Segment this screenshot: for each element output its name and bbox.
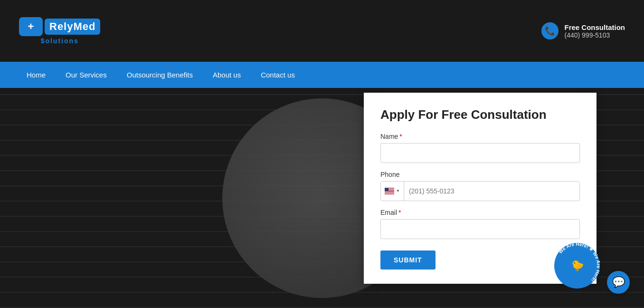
email-input[interactable] — [380, 219, 580, 239]
phone-number-input[interactable] — [404, 182, 579, 201]
name-label: Name* — [380, 133, 580, 140]
contact-text: Free Consultation (440) 999-5103 — [564, 23, 625, 39]
email-field-group: Email* — [380, 209, 580, 239]
phone-number[interactable]: (440) 999-5103 — [564, 31, 625, 39]
flag-chevron-icon: ▼ — [396, 189, 400, 193]
navbar: Home Our Services Outsourcing Benefits A… — [0, 62, 644, 88]
sidebar-item-about-us[interactable]: About us — [205, 67, 248, 83]
sidebar-item-home[interactable]: Home — [19, 67, 53, 83]
logo-text-box: RelyMed — [45, 19, 100, 35]
phone-icon: 📞 — [541, 22, 559, 39]
duck-emoji: 🐤 — [571, 259, 584, 272]
chat-bubble-icon: 💬 — [612, 276, 625, 289]
free-consultation-label: Free Consultation — [564, 23, 625, 31]
sidebar-item-our-services[interactable]: Our Services — [58, 67, 114, 83]
phone-input-wrapper: ▼ — [380, 181, 580, 201]
logo[interactable]: + RelyMed $olutions — [19, 17, 100, 45]
chat-widget[interactable]: We Are Here! ★ We Are Here! 🐤 💬 — [551, 240, 630, 294]
name-field-group: Name* — [380, 133, 580, 163]
header: + RelyMed $olutions 📞 Free Consultation … — [0, 0, 644, 62]
sidebar-item-outsourcing-benefits[interactable]: Outsourcing Benefits — [119, 67, 200, 83]
nav-link-home[interactable]: Home — [19, 67, 53, 83]
name-required: * — [399, 133, 402, 140]
form-title: Apply For Free Consultation — [380, 107, 580, 123]
chat-button[interactable]: 💬 — [607, 271, 630, 294]
phone-flag-dropdown[interactable]: ▼ — [381, 182, 404, 201]
logo-icon: + — [19, 17, 43, 36]
email-label: Email* — [380, 209, 580, 216]
logo-subtitle: $olutions — [41, 37, 79, 45]
email-required: * — [398, 209, 401, 216]
logo-brand-text: RelyMed — [49, 20, 95, 32]
phone-label: Phone — [380, 171, 580, 178]
nav-items: Home Our Services Outsourcing Benefits A… — [19, 67, 303, 83]
phone-field-group: Phone ▼ — [380, 171, 580, 201]
contact-info: 📞 Free Consultation (440) 999-5103 — [541, 22, 625, 39]
we-are-here-sticker: We Are Here! ★ We Are Here! 🐤 — [551, 240, 603, 292]
us-flag-icon — [385, 188, 394, 194]
hero-section: Apply For Free Consultation Name* Phone … — [0, 88, 644, 308]
nav-link-contact-us[interactable]: Contact us — [253, 67, 303, 83]
submit-button[interactable]: SUBMIT — [380, 250, 436, 270]
name-input[interactable] — [380, 143, 580, 163]
nav-link-our-services[interactable]: Our Services — [58, 67, 114, 83]
sidebar-item-contact-us[interactable]: Contact us — [253, 67, 303, 83]
nav-link-about-us[interactable]: About us — [205, 67, 248, 83]
logo-plus-icon: + — [28, 20, 34, 33]
nav-link-outsourcing-benefits[interactable]: Outsourcing Benefits — [119, 67, 200, 83]
